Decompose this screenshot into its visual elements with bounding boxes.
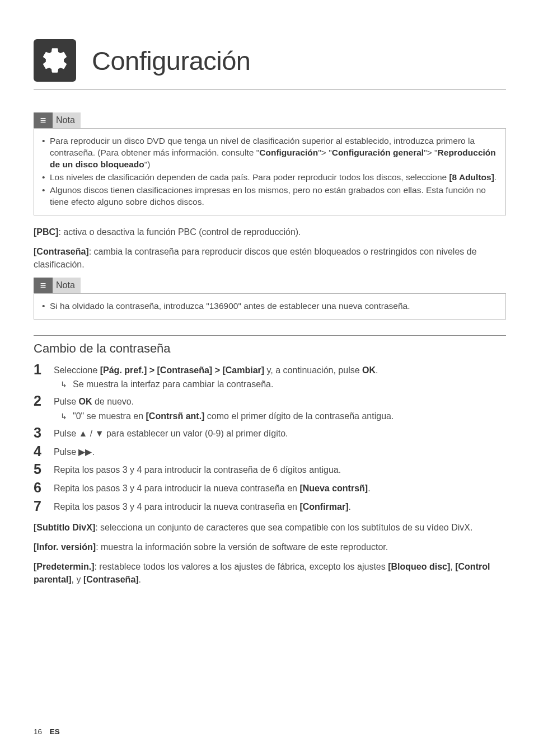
note1-item-3: Algunos discos tienen clasificaciones im… (42, 185, 498, 208)
para-default: [Predetermin.]: restablece todos los val… (34, 560, 506, 586)
result-arrow-icon: ↳ (60, 410, 67, 422)
step-6: 6 Repita los pasos 3 y 4 para introducir… (34, 480, 506, 496)
title-divider (34, 90, 506, 90)
para-version: [Infor. versión]: muestra la información… (34, 541, 506, 553)
note2-item-1: Si ha olvidado la contraseña, introduzca… (42, 300, 498, 312)
note-head: ≡ Nota (34, 278, 506, 293)
para-pbc: [PBC]: activa o desactiva la función PBC… (34, 226, 506, 238)
up-triangle-icon: ▲ (78, 429, 87, 438)
section-divider (34, 335, 506, 336)
para-divx: [Subtítlo DivX]: selecciona un conjunto … (34, 521, 506, 534)
note-icon: ≡ (34, 278, 53, 293)
note-label: Nota (53, 112, 81, 128)
gear-icon (34, 39, 76, 82)
note1-item-1: Para reproducir un disco DVD que tenga u… (42, 135, 498, 171)
section-heading: Cambio de la contraseña (34, 341, 506, 356)
step-4: 4 Pulse ▶▶. (34, 443, 506, 459)
note-head: ≡ Nota (34, 112, 506, 128)
language-code: ES (50, 727, 60, 736)
page-number: 16 (34, 727, 42, 736)
step-5: 5 Repita los pasos 3 y 4 para introducir… (34, 461, 506, 477)
note-box-1: ≡ Nota Para reproducir un disco DVD que … (34, 112, 506, 215)
note-body: Si ha olvidado la contraseña, introduzca… (34, 293, 506, 320)
para-contrasena: [Contraseña]: cambia la contraseña para … (34, 245, 506, 271)
step-2: 2 Pulse OK de nuevo. ↳ "0" se muestra en… (34, 393, 506, 422)
page-footer: 16 ES (34, 727, 60, 736)
down-triangle-icon: ▼ (95, 429, 104, 438)
step-1: 1 Seleccione [Pág. pref.] > [Contraseña]… (34, 361, 506, 391)
step-1-result: ↳ Se muestra la interfaz para cambiar la… (54, 378, 506, 391)
result-arrow-icon: ↳ (60, 378, 67, 390)
note-body: Para reproducir un disco DVD que tenga u… (34, 128, 506, 215)
step-2-result: ↳ "0" se muestra en [Contrsñ ant.] como … (54, 410, 506, 422)
fast-forward-icon: ▶▶ (78, 447, 92, 457)
note-label: Nota (53, 278, 81, 293)
page-title: Configuración (92, 45, 251, 76)
note-box-2: ≡ Nota Si ha olvidado la contraseña, int… (34, 278, 506, 320)
note1-item-2: Los niveles de clasificación dependen de… (42, 172, 498, 184)
page-header: Configuración (34, 39, 506, 82)
note-icon: ≡ (34, 112, 53, 128)
step-7: 7 Repita los pasos 3 y 4 para introducir… (34, 498, 506, 514)
page-root: Configuración ≡ Nota Para reproducir un … (0, 0, 534, 756)
steps-list: 1 Seleccione [Pág. pref.] > [Contraseña]… (34, 361, 506, 514)
step-3: 3 Pulse ▲ / ▼ para establecer un valor (… (34, 425, 506, 441)
